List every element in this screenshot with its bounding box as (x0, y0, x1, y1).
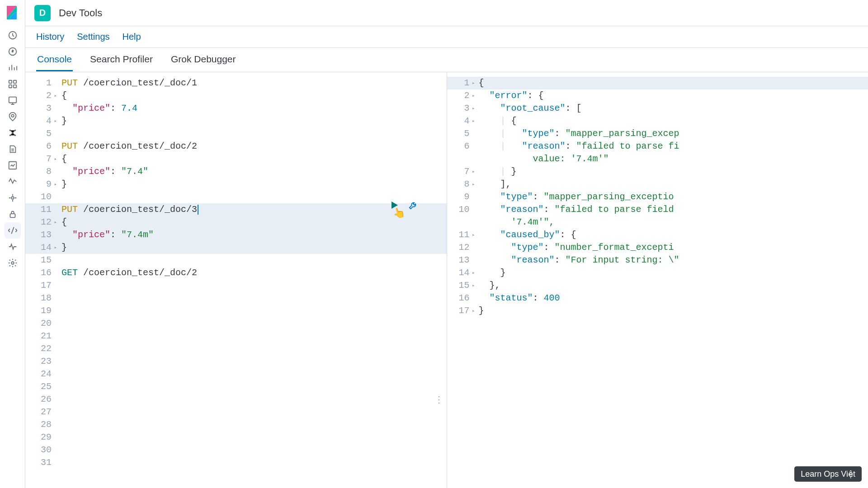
code-line[interactable]: "price": "7.4m" (61, 229, 447, 241)
code-line[interactable]: } (61, 115, 447, 127)
code-line[interactable]: "type": "number_format_excepti (479, 241, 868, 254)
apm-icon[interactable] (5, 174, 21, 190)
code-line[interactable]: | "reason": "failed to parse fi (479, 140, 868, 153)
code-line[interactable]: "price": "7.4" (61, 165, 447, 178)
code-line[interactable] (61, 254, 447, 267)
code-line[interactable]: GET /coercion_test/_doc/2 (61, 267, 447, 279)
request-editor[interactable]: 👆 ⋮ 123456789101112131415161718192021222… (25, 72, 447, 488)
code-line[interactable]: "root_cause": [ (479, 102, 868, 115)
code-line[interactable]: "caused_by": { (479, 229, 868, 241)
code-line[interactable]: PUT /coercion_test/_doc/1 (61, 77, 447, 89)
svg-rect-15 (10, 214, 15, 217)
code-line[interactable]: "reason": "For input string: \" (479, 254, 868, 267)
code-line[interactable]: "reason": "failed to parse field (479, 203, 868, 216)
code-line[interactable]: } (61, 178, 447, 191)
code-line[interactable]: value: '7.4m'" (479, 153, 868, 165)
monitoring-icon[interactable] (5, 239, 21, 255)
code-line[interactable]: } (61, 241, 447, 254)
uptime-icon[interactable] (5, 190, 21, 206)
help-link[interactable]: Help (123, 32, 141, 42)
svg-point-7 (11, 114, 14, 117)
dev-tools-icon[interactable] (5, 222, 21, 239)
kibana-logo-icon[interactable] (5, 5, 20, 20)
code-line[interactable]: "price": 7.4 (61, 102, 447, 115)
management-icon[interactable] (5, 255, 21, 271)
main-area: D Dev Tools History Settings Help Consol… (25, 0, 868, 488)
discover-icon[interactable] (5, 43, 21, 60)
recent-icon[interactable] (5, 27, 21, 43)
page-title: Dev Tools (59, 7, 102, 19)
code-line[interactable]: { (61, 89, 447, 102)
ml-icon[interactable] (5, 125, 21, 141)
visualize-icon[interactable] (5, 60, 21, 76)
code-line[interactable]: '7.4m'", (479, 216, 868, 229)
tabs: Console Search Profiler Grok Debugger (25, 48, 868, 72)
code-line[interactable]: { (61, 153, 447, 165)
code-line[interactable]: "status": 400 (479, 292, 868, 305)
history-link[interactable]: History (36, 32, 64, 42)
code-line[interactable]: } (479, 305, 868, 317)
space-badge[interactable]: D (34, 5, 51, 21)
metrics-icon[interactable] (5, 157, 21, 174)
code-line[interactable]: | "type": "mapper_parsing_excep (479, 127, 868, 140)
text-cursor (198, 205, 198, 215)
svg-rect-4 (9, 85, 11, 88)
settings-link[interactable]: Settings (77, 32, 109, 42)
code-line[interactable]: PUT /coercion_test/_doc/2 (61, 140, 447, 153)
maps-icon[interactable] (5, 108, 21, 125)
svg-rect-5 (13, 85, 16, 88)
header-bar: D Dev Tools (25, 0, 868, 26)
tab-search-profiler[interactable]: Search Profiler (89, 48, 154, 71)
logs-icon[interactable] (5, 141, 21, 157)
code-line[interactable]: }, (479, 279, 868, 292)
response-viewer[interactable]: 1234567891011121314151617{ "error": { "r… (447, 72, 868, 488)
code-line[interactable]: | } (479, 165, 868, 178)
toolbar: History Settings Help (25, 26, 868, 48)
svg-rect-3 (13, 80, 16, 83)
svg-rect-2 (9, 80, 11, 83)
dashboard-icon[interactable] (5, 76, 21, 92)
code-line[interactable]: "error": { (479, 89, 868, 102)
console-panes: 👆 ⋮ 123456789101112131415161718192021222… (25, 72, 868, 488)
code-line[interactable]: { (61, 216, 447, 229)
side-nav (0, 0, 25, 488)
security-icon[interactable] (5, 206, 21, 222)
code-line[interactable]: } (479, 267, 868, 279)
code-line[interactable]: ], (479, 178, 868, 191)
svg-point-14 (11, 197, 14, 199)
svg-point-16 (11, 262, 14, 264)
tab-console[interactable]: Console (36, 48, 73, 71)
watermark: Learn Ops Việt (794, 466, 862, 482)
code-line[interactable] (61, 127, 447, 140)
svg-rect-6 (9, 97, 16, 103)
code-line[interactable]: | { (479, 115, 868, 127)
tab-grok-debugger[interactable]: Grok Debugger (170, 48, 237, 71)
canvas-icon[interactable] (5, 92, 21, 108)
code-line[interactable]: { (479, 77, 868, 89)
code-line[interactable]: "type": "mapper_parsing_exceptio (479, 191, 868, 203)
request-options-icon[interactable] (407, 199, 420, 211)
